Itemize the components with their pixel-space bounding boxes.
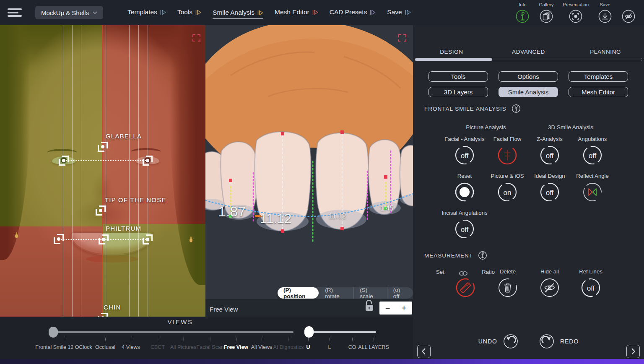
layers-slider-track[interactable] [309, 331, 376, 333]
app-window: MockUp & Shells Templates Tools Smile An… [0, 0, 644, 364]
mode-position-button[interactable]: (P) position [278, 287, 319, 299]
fullscreen-icon[interactable] [398, 34, 406, 42]
mode-off-button[interactable]: (o) off [387, 287, 413, 299]
menu-arrow-icon [312, 10, 318, 15]
workflow-tabs: DESIGN ADVANCED PLANNING [413, 49, 644, 55]
landmark-marker-nose-tip[interactable] [96, 205, 106, 216]
menu-mesh-editor[interactable]: Mesh Editor [275, 8, 318, 17]
bottom-accent-strip [0, 359, 644, 364]
landmark-marker-glabella[interactable] [98, 142, 108, 152]
group-picture-analysis: Picture Analysis [443, 124, 529, 130]
chevron-down-icon [93, 11, 97, 14]
layers-slider-handle[interactable] [304, 326, 314, 338]
view-mode-label: Free View [210, 306, 238, 313]
analysis-overlay-green [102, 224, 205, 317]
tab-planning[interactable]: PLANNING [567, 49, 644, 55]
interpupillary-line [65, 160, 148, 161]
measurement-value[interactable]: 11.12 [329, 212, 346, 221]
zoom-in-button[interactable]: + [399, 304, 409, 312]
eye-hidden-icon [621, 9, 636, 23]
redo-icon[interactable] [539, 334, 554, 349]
views-title: VIEWS [147, 318, 214, 325]
landmark-marker-left-eye[interactable] [59, 156, 69, 166]
link-icon[interactable] [459, 271, 468, 276]
menu-smile-analysis[interactable]: Smile Analysis [213, 9, 263, 19]
toggle-off-icon[interactable]: off [540, 146, 559, 165]
landmark-marker-right-eye[interactable] [143, 156, 153, 166]
zoom-control: − + [379, 302, 412, 315]
layer-option-all-layers[interactable]: ALL LAYERS [355, 337, 392, 350]
menu-save[interactable]: Save [387, 8, 410, 17]
options-button[interactable]: Options [499, 71, 558, 82]
mode-rotate-button[interactable]: (R) rotate [319, 287, 353, 299]
toggle-reflect-angle: Reflect Angle [569, 173, 615, 202]
toggle-off-icon[interactable]: off [455, 219, 474, 239]
info-icon[interactable] [512, 104, 521, 113]
measurement-value[interactable]: 1.87 [218, 203, 246, 220]
facial-photo-viewport[interactable]: GLABELLA TIP OF THE NOSE PHILTRUM CHIN [0, 25, 205, 317]
section-measurement: MEASUREMENT [424, 251, 487, 260]
eye-off-icon[interactable] [540, 278, 559, 297]
toggle-facial-flow: Facial Flow [484, 136, 530, 165]
svg-text:off: off [461, 226, 469, 234]
toggle-on-icon[interactable]: on [498, 182, 517, 202]
info-button[interactable]: Info [515, 2, 530, 23]
chevron-left-icon [420, 347, 428, 356]
menu-templates[interactable]: Templates [127, 8, 166, 17]
undo-icon[interactable] [503, 334, 518, 349]
model-3d-viewport[interactable]: 1.87 11.12 11.12 1.45 (P) position (R) r… [205, 25, 413, 317]
smile-analysis-button[interactable]: Smile Analysis [499, 87, 558, 97]
hide-ui-button[interactable] [621, 9, 636, 23]
reflect-angle-icon[interactable] [583, 182, 602, 202]
tool-delete: Delete [485, 268, 531, 297]
toggle-off-icon[interactable]: off [581, 278, 600, 297]
menu-tools[interactable]: Tools [177, 8, 201, 17]
landmark-marker-chin[interactable] [98, 313, 108, 317]
top-bar: MockUp & Shells Templates Tools Smile An… [0, 0, 644, 25]
views-slider-track[interactable] [53, 331, 293, 333]
hamburger-menu-icon[interactable] [8, 7, 24, 19]
info-icon[interactable] [478, 251, 487, 260]
measurement-value[interactable]: 1.45 [380, 205, 393, 212]
page-next-button[interactable] [626, 345, 640, 358]
menu-cad-presets[interactable]: CAD Presets [330, 8, 376, 17]
tab-design[interactable]: DESIGN [413, 49, 490, 55]
trash-icon[interactable] [498, 278, 517, 297]
toggle-off-icon[interactable]: off [455, 146, 474, 165]
presentation-icon [569, 9, 583, 23]
layer-option-upper[interactable]: U [302, 337, 314, 350]
layer-option-lower[interactable]: L [323, 337, 336, 350]
page-previous-button[interactable] [417, 345, 431, 358]
gallery-button[interactable]: Gallery [539, 2, 553, 23]
presentation-button[interactable]: Presentation [563, 2, 589, 23]
ruler-icon[interactable] [456, 278, 475, 297]
save-button[interactable]: Save [598, 2, 612, 23]
svg-text:off: off [587, 284, 595, 292]
gallery-icon [539, 9, 553, 23]
templates-button[interactable]: Templates [569, 71, 628, 82]
facial-flow-icon[interactable] [498, 146, 517, 165]
mesh-editor-button[interactable]: Mesh Editor [569, 87, 628, 97]
toggle-off-icon[interactable]: off [583, 146, 602, 165]
tool-ref-lines: Ref Lines off [568, 268, 614, 297]
tab-advanced[interactable]: ADVANCED [490, 49, 567, 55]
lock-icon[interactable] [364, 299, 374, 314]
3d-layers-button[interactable]: 3D Layers [428, 87, 488, 97]
landmark-label: PHILTRUM [106, 225, 141, 232]
reset-icon[interactable] [455, 182, 474, 202]
zoom-out-button[interactable]: − [383, 304, 393, 312]
reference-line [138, 25, 139, 317]
svg-text:on: on [504, 189, 512, 197]
landmark-marker-philtrum[interactable] [99, 234, 109, 244]
tools-button[interactable]: Tools [428, 71, 488, 82]
landmark-marker-lip-left[interactable] [54, 234, 64, 244]
toggle-incisal-angulations: Incisal Angulations off [437, 210, 492, 239]
landmark-marker-lip-right[interactable] [143, 234, 153, 244]
project-dropdown[interactable]: MockUp & Shells [35, 6, 103, 19]
reference-line [81, 25, 81, 317]
mode-scale-button[interactable]: (S) scale [353, 287, 387, 299]
toggle-off-icon[interactable]: off [540, 182, 559, 202]
views-slider-handle[interactable] [49, 327, 58, 338]
measurement-value[interactable]: 11.12 [260, 211, 291, 226]
fullscreen-icon[interactable] [192, 34, 200, 42]
